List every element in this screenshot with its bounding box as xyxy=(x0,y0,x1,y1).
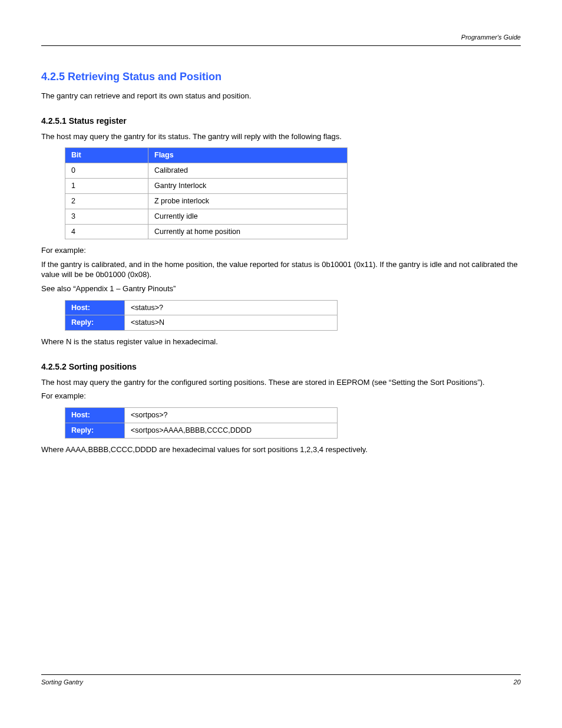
running-header-right: Programmer's Guide xyxy=(461,33,521,42)
sortpos-example-label: For example: xyxy=(41,391,521,401)
cmd-reply-value: <sortpos>AAAA,BBBB,CCCC,DDDD xyxy=(125,423,338,438)
see-also: See also “Appendix 1 – Gantry Pinouts” xyxy=(41,284,521,294)
table-row: 4 Currently at home position xyxy=(65,224,348,239)
cmd-host-value: <status>? xyxy=(125,300,338,315)
sortpos-intro: The host may query the gantry for the co… xyxy=(41,377,521,388)
cmd-host-value: <sortpos>? xyxy=(125,407,338,423)
cell-bit: 1 xyxy=(65,178,148,193)
table-row: 3 Currently idle xyxy=(65,209,348,224)
table-row: Reply: <sortpos>AAAA,BBBB,CCCC,DDDD xyxy=(65,423,338,438)
cmd-host-label: Host: xyxy=(65,407,125,423)
status-heading: 4.2.5.1 Status register xyxy=(41,116,521,127)
status-flags-table: Bit Flags 0 Calibrated 1 Gantry Interloc… xyxy=(65,147,348,239)
table-row: Reply: <status>N xyxy=(65,315,338,331)
header-rule xyxy=(41,45,521,46)
table-row: Host: <sortpos>? xyxy=(65,407,338,423)
status-intro: The host may query the gantry for its st… xyxy=(41,131,521,142)
example-explain: If the gantry is calibrated, and in the … xyxy=(41,259,521,280)
cmd-reply-label: Reply: xyxy=(65,423,125,438)
example-label: For example: xyxy=(41,245,521,256)
cell-flag: Calibrated xyxy=(148,163,348,179)
cell-bit: 0 xyxy=(65,163,148,179)
sortpos-heading: 4.2.5.2 Sorting positions xyxy=(41,361,521,373)
table-row: 0 Calibrated xyxy=(65,163,348,179)
cmd-host-label: Host: xyxy=(65,300,125,315)
page: Programmer's Guide 4.2.5 Retrieving Stat… xyxy=(0,0,562,728)
cell-flag: Gantry Interlock xyxy=(148,178,348,193)
cell-bit: 2 xyxy=(65,193,148,209)
running-header: Programmer's Guide xyxy=(41,33,521,42)
status-command-table: Host: <status>? Reply: <status>N xyxy=(65,300,338,331)
cell-flag: Currently at home position xyxy=(148,224,348,239)
table-row: Host: <status>? xyxy=(65,300,338,315)
sortpos-command-table: Host: <sortpos>? Reply: <sortpos>AAAA,BB… xyxy=(65,407,338,439)
col-flags: Flags xyxy=(148,148,348,163)
table-row: 2 Z probe interlock xyxy=(65,193,348,209)
status-where: Where N is the status register value in … xyxy=(41,337,521,347)
footer: Sorting Gantry 20 xyxy=(41,678,521,687)
footer-right: 20 xyxy=(514,678,521,687)
col-bit: Bit xyxy=(65,148,148,163)
cell-bit: 4 xyxy=(65,224,148,239)
section-intro: The gantry can retrieve and report its o… xyxy=(41,91,521,101)
cmd-reply-label: Reply: xyxy=(65,315,125,331)
footer-left: Sorting Gantry xyxy=(41,678,83,687)
cell-bit: 3 xyxy=(65,209,148,224)
table-header-row: Bit Flags xyxy=(65,148,348,163)
table-row: 1 Gantry Interlock xyxy=(65,178,348,193)
cell-flag: Z probe interlock xyxy=(148,193,348,209)
cmd-reply-value: <status>N xyxy=(125,315,338,331)
sortpos-where: Where AAAA,BBBB,CCCC,DDDD are hexadecima… xyxy=(41,444,521,455)
section-heading: 4.2.5 Retrieving Status and Position xyxy=(41,70,521,84)
cell-flag: Currently idle xyxy=(148,209,348,224)
footer-rule xyxy=(41,674,521,675)
